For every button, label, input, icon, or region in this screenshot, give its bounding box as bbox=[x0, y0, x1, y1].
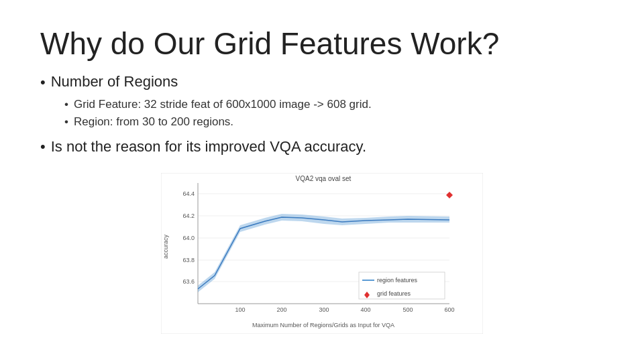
slide: Why do Our Grid Features Work? • Number … bbox=[0, 0, 644, 362]
chart-title: VQA2 vqa oval set bbox=[296, 175, 352, 182]
svg-text:63.6: 63.6 bbox=[182, 278, 195, 285]
sub-bullets-1: • Grid Feature: 32 stride feat of 600x10… bbox=[64, 96, 604, 130]
sub-bullet-1-1: • Grid Feature: 32 stride feat of 600x10… bbox=[64, 96, 604, 113]
svg-text:63.8: 63.8 bbox=[182, 257, 195, 263]
svg-text:grid features: grid features bbox=[377, 290, 411, 297]
svg-text:region features: region features bbox=[377, 277, 418, 284]
slide-title: Why do Our Grid Features Work? bbox=[40, 27, 604, 61]
y-axis-label: accuracy bbox=[162, 235, 169, 259]
svg-text:500: 500 bbox=[402, 306, 413, 313]
bullet-2-text: Is not the reason for its improved VQA a… bbox=[51, 138, 366, 156]
bullet-2: • Is not the reason for its improved VQA… bbox=[40, 138, 604, 156]
svg-text:600: 600 bbox=[444, 306, 454, 313]
svg-text:300: 300 bbox=[319, 306, 329, 313]
sub-bullet-1-2: • Region: from 30 to 200 regions. bbox=[64, 113, 604, 131]
bullet-1-text: Number of Regions bbox=[51, 73, 178, 90]
sub-bullet-1-2-dot: • bbox=[64, 113, 68, 131]
chart-wrapper: VQA2 vqa oval set accuracy Maximum Numbe… bbox=[161, 173, 483, 334]
sub-bullet-1-1-dot: • bbox=[64, 96, 68, 113]
bullet-1-dot: • bbox=[40, 73, 46, 93]
svg-text:64.2: 64.2 bbox=[182, 213, 195, 219]
svg-text:200: 200 bbox=[276, 306, 286, 313]
bullet-2-dot: • bbox=[40, 138, 46, 156]
x-axis-label: Maximum Number of Regions/Grids as Input… bbox=[252, 322, 394, 328]
sub-bullet-1-2-text: Region: from 30 to 200 regions. bbox=[74, 113, 233, 131]
bullet-1: • Number of Regions bbox=[40, 73, 604, 93]
svg-text:400: 400 bbox=[360, 306, 370, 313]
chart-container: VQA2 vqa oval set accuracy Maximum Numbe… bbox=[40, 165, 604, 342]
svg-text:100: 100 bbox=[235, 306, 245, 313]
svg-text:64.0: 64.0 bbox=[182, 235, 195, 241]
svg-text:64.4: 64.4 bbox=[182, 190, 195, 197]
sub-bullet-1-1-text: Grid Feature: 32 stride feat of 600x1000… bbox=[74, 96, 372, 113]
chart-svg: VQA2 vqa oval set accuracy Maximum Numbe… bbox=[161, 173, 483, 334]
